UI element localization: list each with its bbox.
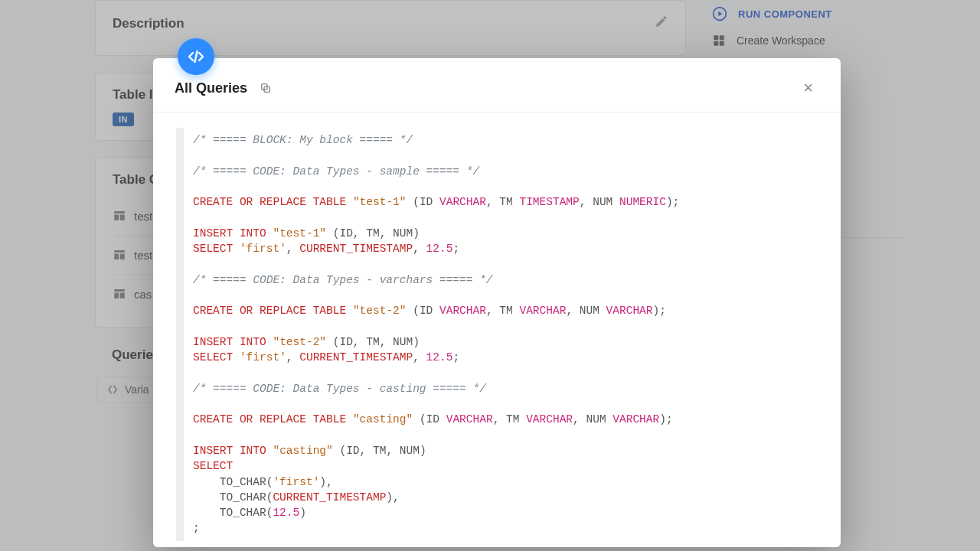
modal-title: All Queries xyxy=(175,80,247,96)
close-icon[interactable]: × xyxy=(797,77,819,99)
code-viewer[interactable]: /* ===== BLOCK: My block ===== */ /* ===… xyxy=(153,112,841,547)
all-queries-modal: All Queries × /* ===== BLOCK: My block =… xyxy=(153,58,841,547)
code-badge-icon xyxy=(178,38,214,75)
code-block: /* ===== BLOCK: My block ===== */ /* ===… xyxy=(176,128,824,541)
copy-button[interactable] xyxy=(258,80,273,96)
svg-line-5 xyxy=(195,51,198,62)
